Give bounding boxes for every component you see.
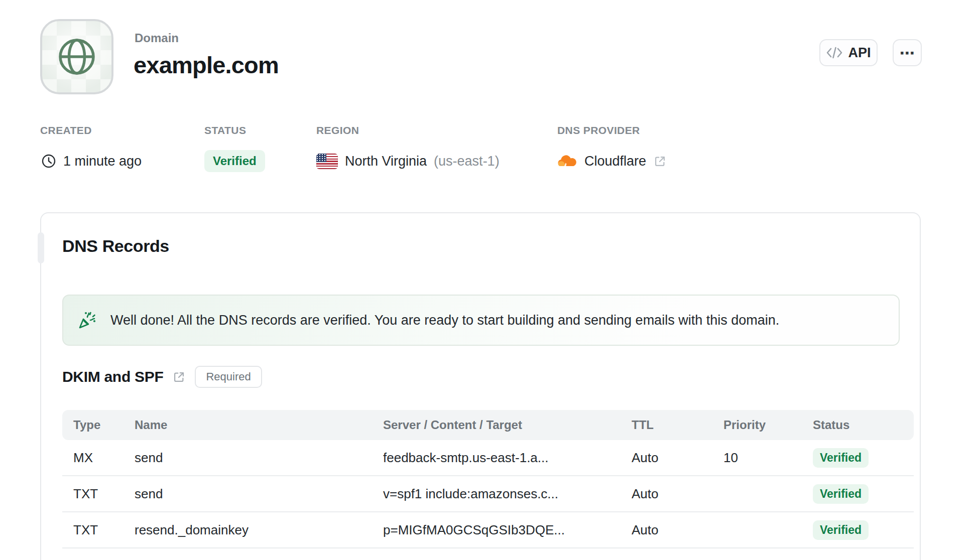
status-value: Verified [204, 150, 265, 173]
created-value: 1 minute ago [41, 150, 142, 173]
ellipsis-icon: ⋯ [900, 44, 915, 62]
cell-type: MX [73, 450, 135, 466]
more-button[interactable]: ⋯ [893, 39, 922, 66]
dkim-spf-section-header: DKIM and SPF Required [62, 366, 262, 388]
cell-content: p=MIGfMA0GCSqGSIb3DQE... [383, 522, 632, 538]
page-title: example.com [134, 51, 279, 79]
created-label: CREATED [40, 124, 92, 136]
region-name: North Virginia [345, 154, 427, 169]
col-name: Name [135, 418, 383, 432]
required-badge: Required [195, 366, 262, 388]
created-text: 1 minute ago [63, 154, 142, 169]
cell-ttl: Auto [632, 450, 723, 466]
status-badge: Verified [204, 150, 265, 172]
page-kicker: Domain [135, 31, 179, 45]
api-button[interactable]: API [819, 39, 878, 66]
table-row[interactable]: TXT send v=spf1 include:amazonses.c... A… [62, 476, 914, 512]
cell-content: feedback-smtp.us-east-1.a... [383, 450, 632, 466]
external-link-icon[interactable] [172, 370, 186, 384]
col-priority: Priority [723, 418, 813, 432]
dns-table-header: Type Name Server / Content / Target TTL … [62, 410, 914, 440]
cell-status: Verified [813, 448, 914, 468]
success-banner-text: Well done! All the DNS records are verif… [110, 313, 779, 328]
table-row[interactable]: TXT resend._domainkey p=MIGfMA0GCSqGSIb3… [62, 512, 914, 548]
record-status-badge: Verified [813, 520, 869, 540]
us-flag-icon [316, 154, 338, 169]
col-content: Server / Content / Target [383, 418, 632, 432]
region-code: (us-east-1) [434, 154, 500, 169]
scroll-indicator [38, 232, 44, 263]
dns-records-card: DNS Records Well done! All the DNS recor… [40, 212, 921, 560]
cell-name: resend._domainkey [135, 522, 383, 538]
cell-type: TXT [73, 522, 135, 538]
cell-ttl: Auto [632, 522, 723, 538]
dkim-spf-title: DKIM and SPF [62, 368, 163, 385]
dns-table: Type Name Server / Content / Target TTL … [62, 410, 914, 548]
cell-name: send [135, 486, 383, 502]
col-ttl: TTL [632, 418, 723, 432]
record-status-badge: Verified [813, 448, 869, 468]
code-icon [826, 46, 843, 60]
success-banner: Well done! All the DNS records are verif… [62, 295, 900, 346]
status-label: STATUS [204, 124, 246, 136]
cell-priority: 10 [723, 450, 813, 466]
dns-records-title: DNS Records [62, 236, 169, 256]
party-popper-icon [77, 310, 97, 330]
col-status: Status [813, 418, 914, 432]
cell-status: Verified [813, 484, 914, 504]
cell-type: TXT [73, 486, 135, 502]
region-label: REGION [316, 124, 359, 136]
external-link-icon[interactable] [653, 155, 667, 168]
record-status-badge: Verified [813, 484, 869, 504]
region-value: North Virginia (us-east-1) [316, 150, 500, 173]
dns-provider-label: DNS PROVIDER [557, 124, 640, 136]
table-row[interactable]: MX send feedback-smtp.us-east-1.a... Aut… [62, 440, 914, 476]
globe-icon [54, 34, 100, 80]
dns-provider-value: Cloudflare [557, 150, 667, 173]
cell-name: send [135, 450, 383, 466]
col-type: Type [73, 418, 135, 432]
cloudflare-icon [557, 154, 577, 169]
clock-icon [41, 154, 56, 169]
domain-avatar [40, 19, 113, 94]
cell-ttl: Auto [632, 486, 723, 502]
cell-content: v=spf1 include:amazonses.c... [383, 486, 632, 502]
dns-table-body: MX send feedback-smtp.us-east-1.a... Aut… [62, 440, 914, 548]
dns-provider-name: Cloudflare [584, 154, 646, 169]
api-button-label: API [848, 45, 871, 61]
cell-status: Verified [813, 520, 914, 540]
domain-detail-page: Domain example.com API ⋯ CREATED 1 minut… [0, 0, 976, 560]
